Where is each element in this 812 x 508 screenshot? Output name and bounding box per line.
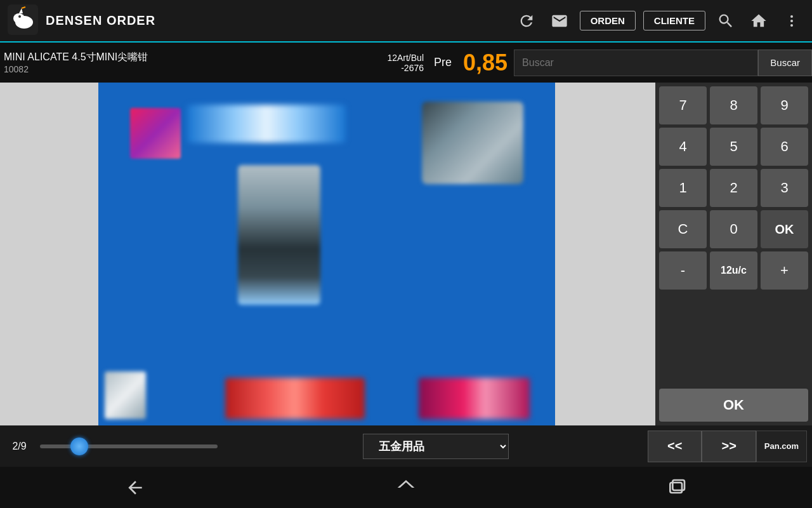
android-nav	[0, 467, 812, 508]
qty-line2: -2676	[401, 63, 424, 73]
numpad-row-456: 4 5 6	[659, 128, 808, 166]
numpad-unit[interactable]: 12u/c	[710, 251, 757, 290]
home-icon[interactable]	[746, 8, 771, 34]
pre-label: Pre	[429, 56, 457, 69]
numpad-row-123: 1 2 3	[659, 169, 808, 207]
recents-button[interactable]	[641, 471, 712, 504]
category-label: 五金用品	[224, 434, 648, 459]
numpad-2[interactable]: 2	[710, 169, 757, 207]
more-icon[interactable]	[779, 8, 804, 34]
bottom-bar: 2/9 五金用品 << >> Pan.com	[0, 425, 812, 467]
page-counter: 2/9	[5, 441, 34, 452]
image-element-bottom-right	[419, 378, 530, 419]
qty-line1: 12Art/Bul	[387, 53, 424, 63]
numpad-row-units: - 12u/c +	[659, 251, 808, 290]
back-button[interactable]	[100, 471, 171, 504]
product-code: 10082	[4, 64, 346, 74]
numpad-1[interactable]: 1	[659, 169, 707, 207]
numpad: 7 8 9 4 5 6 1 2 3 C 0 OK - 12u/c +	[655, 83, 812, 425]
numpad-minus[interactable]: -	[659, 251, 707, 290]
numpad-0[interactable]: 0	[710, 210, 757, 248]
product-info: MINI ALICATE 4.5寸MINI尖嘴钳 10082	[4, 51, 346, 74]
price-value: 0,85	[457, 50, 514, 76]
product-bar: MINI ALICATE 4.5寸MINI尖嘴钳 10082 12Art/Bul…	[0, 41, 812, 83]
ok-large-button[interactable]: OK	[659, 389, 808, 422]
app-logo	[8, 4, 38, 37]
numpad-7[interactable]: 7	[659, 86, 707, 124]
cliente-button[interactable]: CLIENTE	[643, 11, 705, 30]
image-element-top-right	[422, 102, 523, 184]
product-qty: 12Art/Bul -2676	[346, 53, 429, 73]
numpad-5[interactable]: 5	[710, 128, 757, 166]
image-element-center	[238, 165, 320, 305]
product-image-area	[98, 83, 555, 425]
left-panel	[0, 83, 98, 425]
prev-button[interactable]: <<	[648, 431, 702, 462]
search-input[interactable]	[514, 50, 758, 76]
numpad-plus[interactable]: +	[761, 251, 808, 290]
pan-button[interactable]: Pan.com	[756, 431, 807, 462]
slider-track[interactable]	[40, 444, 218, 448]
image-element-bottom-mid	[225, 378, 365, 419]
svg-point-5	[18, 15, 21, 18]
svg-point-2	[13, 13, 25, 23]
svg-point-7	[790, 20, 793, 22]
image-element-bottom-left	[105, 371, 146, 419]
search-icon[interactable]	[713, 8, 738, 34]
right-panel	[555, 83, 655, 425]
product-name: MINI ALICATE 4.5寸MINI尖嘴钳	[4, 51, 346, 64]
image-element-text	[187, 105, 346, 143]
numpad-clear[interactable]: C	[659, 210, 707, 248]
app-title: DENSEN ORDER	[46, 13, 506, 28]
mail-icon[interactable]	[547, 8, 572, 34]
refresh-icon[interactable]	[514, 8, 539, 34]
buscar-button[interactable]: Buscar	[758, 50, 812, 76]
product-image	[98, 83, 555, 425]
main-content: 7 8 9 4 5 6 1 2 3 C 0 OK - 12u/c +	[0, 83, 812, 425]
top-bar: DENSEN ORDER ORDEN CLIENTE	[0, 0, 812, 41]
image-element-pink	[130, 108, 181, 159]
numpad-4[interactable]: 4	[659, 128, 707, 166]
numpad-8[interactable]: 8	[710, 86, 757, 124]
numpad-row-789: 7 8 9	[659, 86, 808, 124]
numpad-9[interactable]: 9	[761, 86, 808, 124]
category-select[interactable]: 五金用品	[363, 434, 509, 459]
numpad-row-c0ok: C 0 OK	[659, 210, 808, 248]
numpad-6[interactable]: 6	[761, 128, 808, 166]
svg-point-6	[790, 15, 793, 18]
orden-button[interactable]: ORDEN	[580, 11, 636, 30]
numpad-3[interactable]: 3	[761, 169, 808, 207]
numpad-ok[interactable]: OK	[761, 210, 808, 248]
svg-point-8	[790, 24, 793, 27]
home-nav-button[interactable]	[370, 471, 442, 504]
slider-thumb[interactable]	[70, 438, 88, 455]
next-button[interactable]: >>	[702, 431, 756, 462]
